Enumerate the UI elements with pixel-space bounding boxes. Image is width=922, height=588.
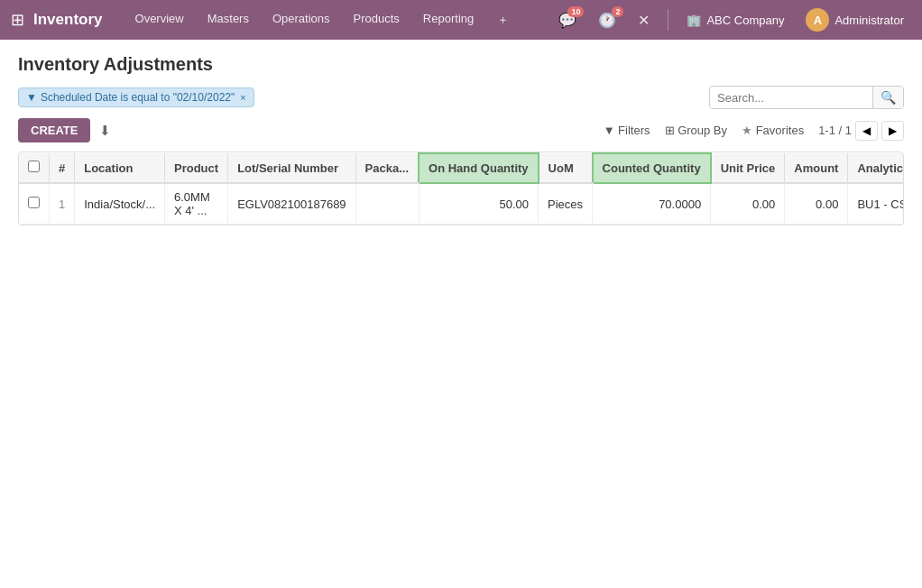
nav-masters[interactable]: Masters (197, 6, 260, 33)
pagination-next[interactable]: ▶ (881, 121, 904, 141)
col-header-num: # (50, 153, 75, 183)
page-title: Inventory Adjustments (18, 54, 904, 75)
filter-bar: ▼ Scheduled Date is equal to "02/10/2022… (18, 86, 904, 109)
top-navigation: ⊞ Inventory Overview Masters Operations … (0, 0, 922, 40)
apps-menu-icon[interactable]: ⊞ (11, 10, 24, 30)
row-checkbox-cell[interactable] (19, 183, 50, 225)
filter-funnel-icon: ▼ (26, 91, 37, 104)
row-checkbox[interactable] (28, 197, 40, 208)
nav-menu: Overview Masters Operations Products Rep… (124, 6, 549, 33)
filter-label: Scheduled Date is equal to "02/10/2022" (41, 91, 235, 104)
filter-remove-button[interactable]: × (240, 92, 245, 103)
favorites-button[interactable]: ★ Favorites (742, 124, 804, 137)
filter-icon: ▼ (604, 124, 618, 137)
star-icon: ★ (742, 124, 756, 137)
table-header-row: # Location Product Lot/Serial Number Pac… (19, 153, 904, 183)
action-bar: CREATE ⬇ ▼ Filters ⊞ Group By ★ Favorite… (18, 118, 904, 142)
brand-name[interactable]: Inventory (33, 11, 103, 29)
col-header-analytic[interactable]: Analytic Ac... (848, 153, 904, 183)
group-icon: ⊞ (665, 124, 678, 137)
pagination-info: 1-1 / 1 (818, 124, 852, 137)
select-all-checkbox[interactable] (28, 161, 40, 172)
row-package (355, 183, 419, 225)
group-by-button[interactable]: ⊞ Group By (665, 124, 728, 137)
col-header-counted[interactable]: Counted Quantity (593, 153, 711, 183)
nav-reporting[interactable]: Reporting (412, 6, 484, 33)
col-header-unit-price[interactable]: Unit Price (711, 153, 785, 183)
main-content: Inventory Adjustments ▼ Scheduled Date i… (0, 40, 922, 240)
close-button[interactable]: ✕ (631, 8, 657, 32)
col-header-on-hand[interactable]: On Hand Quantity (419, 153, 539, 183)
col-header-lot[interactable]: Lot/Serial Number (228, 153, 355, 183)
create-button[interactable]: CREATE (18, 118, 90, 142)
row-analytic: BU1 - CSUS (848, 183, 904, 225)
activity-badge: 2 (612, 6, 623, 17)
col-header-uom[interactable]: UoM (539, 153, 593, 183)
row-on-hand: 50.00 (419, 183, 539, 225)
nav-products[interactable]: Products (343, 6, 410, 33)
header-select-all[interactable] (19, 153, 50, 183)
data-table: # Location Product Lot/Serial Number Pac… (18, 152, 904, 225)
activity-button[interactable]: 🕐2 (591, 8, 623, 32)
col-header-location[interactable]: Location (75, 153, 165, 183)
filters-button[interactable]: ▼ Filters (604, 124, 650, 137)
table-row[interactable]: 1 India/Stock/... 6.0MM X 4' ... EGLV082… (19, 183, 904, 225)
row-product: 6.0MM X 4' ... (165, 183, 228, 225)
search-button[interactable]: 🔍 (872, 87, 903, 108)
nav-add[interactable]: ＋ (486, 6, 520, 33)
messages-button[interactable]: 💬10 (551, 8, 584, 32)
row-counted: 70.0000 (593, 183, 711, 225)
user-menu[interactable]: A Administrator (798, 5, 911, 35)
topnav-icons: 💬10 🕐2 ✕ 🏢 ABC Company A Administrator (551, 5, 911, 35)
col-header-amount[interactable]: Amount (785, 153, 848, 183)
pagination: 1-1 / 1 ◀ ▶ (818, 121, 904, 141)
company-selector[interactable]: 🏢 ABC Company (679, 10, 791, 31)
row-location: India/Stock/... (75, 183, 165, 225)
user-name: Administrator (834, 14, 904, 27)
row-num: 1 (50, 183, 75, 225)
company-name: ABC Company (706, 14, 784, 27)
row-lot: EGLV082100187689 (228, 183, 355, 225)
active-filter[interactable]: ▼ Scheduled Date is equal to "02/10/2022… (18, 87, 254, 107)
search-input[interactable] (710, 87, 872, 108)
download-button[interactable]: ⬇ (99, 123, 111, 139)
avatar: A (806, 8, 829, 32)
col-header-product[interactable]: Product (165, 153, 228, 183)
nav-divider (668, 9, 668, 31)
nav-overview[interactable]: Overview (124, 6, 195, 33)
row-amount: 0.00 (785, 183, 848, 225)
row-unit-price: 0.00 (711, 183, 785, 225)
action-right: ▼ Filters ⊞ Group By ★ Favorites 1-1 / 1… (604, 121, 904, 141)
nav-operations[interactable]: Operations (262, 6, 341, 33)
col-header-package[interactable]: Packa... (355, 153, 419, 183)
pagination-prev[interactable]: ◀ (855, 121, 878, 141)
row-uom: Pieces (539, 183, 593, 225)
messages-badge: 10 (567, 6, 584, 17)
search-box: 🔍 (709, 86, 904, 109)
